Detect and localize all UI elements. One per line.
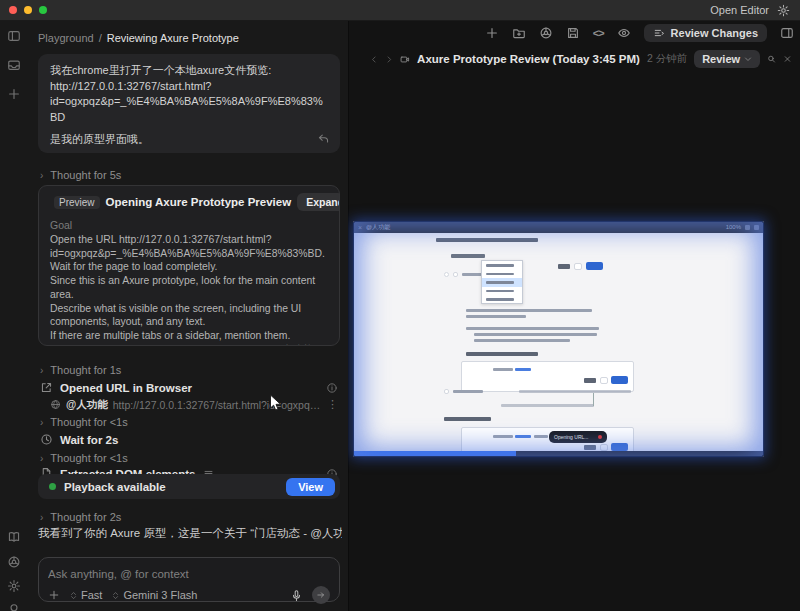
thought-row[interactable]: › Thought for 2s (40, 509, 121, 525)
retry-reply-icon[interactable] (317, 132, 330, 145)
clock-icon (40, 433, 53, 446)
selector-chevron-icon (111, 591, 120, 600)
left-icon-rail (0, 21, 28, 611)
close-window-button[interactable] (9, 6, 17, 14)
preview-panel: <> Review Changes Axure Prototype Review… (348, 21, 800, 611)
chat-input[interactable] (48, 568, 330, 580)
proto-progress-track (353, 451, 764, 457)
wait-row[interactable]: Wait for 2s (40, 431, 338, 448)
playback-label: Playback available (64, 481, 166, 493)
proto-icon (600, 377, 608, 384)
expand-button[interactable]: Expand (297, 193, 340, 211)
opened-url-row[interactable]: Opened URL in Browser (40, 379, 338, 396)
proto-text (466, 309, 592, 312)
speed-selector[interactable]: Fast (69, 589, 102, 601)
proto-checkbox (453, 272, 458, 277)
breadcrumb-root[interactable]: Playground (38, 32, 94, 44)
thought-label: Thought for <1s (50, 452, 127, 464)
model-selector[interactable]: Gemini 3 Flash (111, 589, 197, 601)
sidebar-panel-icon[interactable] (7, 29, 21, 43)
proto-primary-button (611, 376, 628, 384)
help-bulb-icon[interactable] (7, 602, 21, 611)
proto-dropdown-option-selected (482, 278, 522, 287)
back-chevron-icon[interactable] (370, 54, 378, 65)
assistant-message: 我看到了你的 Axure 原型，这是一个关于 “门店动态 - @人功能” 的交互… (38, 526, 342, 541)
close-icon[interactable] (783, 53, 792, 65)
prototype-screenshot[interactable]: × @人功能 100% (353, 221, 764, 457)
proto-heading (444, 417, 491, 421)
folder-plus-icon[interactable] (512, 26, 526, 40)
new-chat-icon[interactable] (7, 87, 21, 101)
kebab-menu-icon[interactable]: ⋮ (327, 398, 338, 411)
plus-icon[interactable] (485, 26, 499, 40)
browser-app-icon[interactable] (7, 555, 21, 569)
record-dot (598, 435, 602, 439)
search-icon[interactable] (767, 53, 776, 65)
opened-url: http://127.0.0.1:32767/start.html?id=ogx… (113, 399, 322, 411)
send-button[interactable] (312, 586, 330, 604)
thought-label: Thought for 2s (50, 511, 121, 523)
docs-book-icon[interactable] (7, 530, 21, 544)
panel-right-icon[interactable] (780, 26, 794, 40)
thought-label: Thought for <1s (50, 416, 127, 428)
info-icon[interactable] (326, 382, 338, 394)
proto-primary-button (611, 443, 628, 451)
user-message-text: 我在chrome里打开了一个本地axure文件预览: http://127.0.… (50, 63, 328, 125)
review-dropdown[interactable]: Review (694, 50, 760, 68)
chevron-right-icon: › (40, 453, 43, 464)
proto-connector-line (593, 393, 594, 406)
open-editor-button[interactable]: Open Editor (710, 4, 769, 16)
timestamp-ago: 2 分钟前 (647, 52, 687, 66)
proto-dropdown-option (482, 270, 522, 279)
breadcrumb-current: Reviewing Axure Prototype (107, 32, 239, 44)
review-changes-button[interactable]: Review Changes (644, 24, 767, 42)
proto-icon (574, 263, 582, 270)
review-label: Review (702, 53, 740, 65)
window-titlebar: Open Editor (0, 0, 800, 21)
proto-add-link (584, 378, 596, 383)
playback-card: Playback available View (38, 474, 340, 499)
proto-add-link (558, 264, 570, 269)
opened-url-label: Opened URL in Browser (60, 382, 192, 394)
browser-icon[interactable] (539, 26, 553, 40)
thought-label: Thought for 1s (50, 364, 121, 376)
chat-panel: Playground / Reviewing Axure Prototype 我… (28, 21, 348, 611)
proto-form-box (461, 361, 634, 392)
proto-annotation (501, 404, 594, 407)
inbox-icon[interactable] (7, 58, 21, 72)
user-message-text: 是我的原型界面哦。 (50, 132, 328, 148)
composer: Fast Gemini 3 Flash (38, 557, 340, 602)
proto-checkbox (444, 389, 449, 394)
chevron-right-icon: › (40, 512, 43, 523)
minimize-window-button[interactable] (24, 6, 32, 14)
proto-text (474, 333, 597, 336)
chevron-right-icon: › (40, 365, 43, 376)
panel-toolbar: <> Review Changes (485, 24, 794, 42)
microphone-icon[interactable] (290, 589, 303, 602)
proto-text (466, 315, 526, 318)
proto-heading (436, 238, 538, 242)
code-icon[interactable]: <> (593, 27, 604, 39)
thought-row[interactable]: › Thought for <1s (40, 414, 128, 430)
save-icon[interactable] (566, 26, 580, 40)
proto-form-box (461, 427, 634, 453)
thought-row[interactable]: › Thought for 1s (40, 362, 121, 378)
settings-gear-icon[interactable] (7, 579, 21, 593)
close-icon: × (358, 224, 362, 231)
attach-plus-icon[interactable] (48, 589, 60, 601)
view-playback-button[interactable]: View (286, 478, 335, 496)
eye-icon[interactable] (617, 26, 631, 40)
proto-text (534, 435, 548, 438)
zoom-window-button[interactable] (39, 6, 47, 14)
proto-text (453, 390, 483, 393)
user-message: 我在chrome里打开了一个本地axure文件预览: http://127.0.… (38, 54, 340, 153)
proto-radio (444, 272, 449, 277)
thought-row[interactable]: › Thought for 5s (40, 167, 121, 183)
thought-row[interactable]: › Thought for <1s (40, 450, 128, 466)
preview-title: Opening Axure Prototype Preview (106, 196, 292, 208)
proto-annotation (519, 390, 631, 393)
opened-url-detail[interactable]: @人功能 http://127.0.0.1:32767/start.html?i… (50, 397, 338, 412)
gear-icon[interactable] (777, 4, 790, 17)
proto-toast-text: Opening URL... (554, 434, 588, 440)
forward-chevron-icon[interactable] (385, 54, 393, 65)
